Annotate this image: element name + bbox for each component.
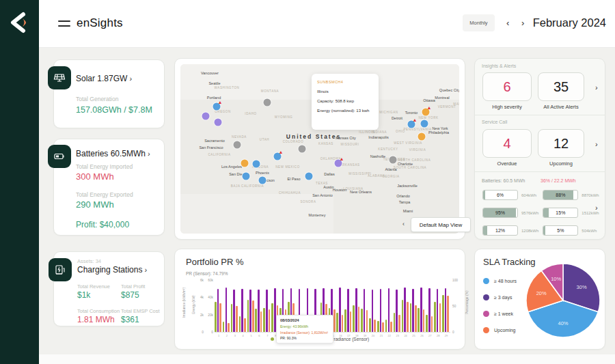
exported-label: Total Energy Exported xyxy=(76,191,133,198)
map-canvas[interactable]: United States SUNBSMCH4 Illinois Capacit… xyxy=(180,64,459,234)
state-label: TEXAS xyxy=(316,182,328,185)
state-label: NORTH CAROLINA xyxy=(398,158,431,162)
sla-legend-item: ≥ 48 hours xyxy=(483,278,517,284)
state-label: NEW MEXICO xyxy=(275,165,300,169)
bar xyxy=(233,290,235,332)
map-marker[interactable] xyxy=(418,133,426,141)
menu-icon[interactable] xyxy=(58,20,70,27)
imported-label: Total Energy Imported xyxy=(76,163,133,170)
bar xyxy=(412,289,414,332)
bar xyxy=(241,289,243,332)
city-label: San Antonio xyxy=(312,193,333,197)
emsp-label: Total EMSP Cost xyxy=(121,308,160,314)
city-label: Atlanta xyxy=(385,167,396,171)
alert-triangle-icon: ▲ xyxy=(427,105,432,110)
bar xyxy=(434,302,436,332)
bar xyxy=(355,288,357,332)
bar xyxy=(385,320,387,332)
bar xyxy=(445,288,447,332)
pr-bar-plot[interactable]: 08/03/2024 Energy: 43.96kWh Irradiance (… xyxy=(215,281,450,333)
bar xyxy=(249,290,251,332)
axis-tick: 50 xyxy=(452,305,456,308)
energy-ticks: 60k40k20k0 xyxy=(202,281,213,333)
battery-value: 604kWh xyxy=(521,193,536,197)
map-marker[interactable] xyxy=(234,141,241,149)
city-label: Los Angeles xyxy=(221,165,242,169)
batteries-chevron-icon[interactable]: › xyxy=(595,204,598,212)
battery-percent: 12% xyxy=(483,226,517,235)
battery-grid: 6%604kWh88%8870kWh95%9576kWh15%1512kWh12… xyxy=(482,190,597,236)
state-label: MICHIGAN xyxy=(379,111,398,114)
service-section-label: Service Call xyxy=(482,120,507,124)
pie-slice-label: 20% xyxy=(536,290,547,296)
bar xyxy=(236,306,238,332)
ensights-logo-icon xyxy=(8,11,31,34)
high-severity-box[interactable]: 6 xyxy=(482,72,532,101)
city-label: New Orleans xyxy=(350,190,372,194)
map-marker[interactable] xyxy=(202,113,210,120)
battery-value: 504kWh xyxy=(582,229,597,233)
generation-value: 157.08GWh / $7.8M xyxy=(76,105,152,115)
map-marker[interactable] xyxy=(421,120,428,128)
country-label: United States xyxy=(286,133,341,140)
upcoming-label: Upcoming xyxy=(534,160,588,167)
city-label: Quebec City xyxy=(439,88,459,92)
upcoming-box[interactable]: 12 xyxy=(538,129,584,158)
bar xyxy=(377,321,379,332)
current-period-label: February 2024 xyxy=(533,16,606,29)
bar xyxy=(252,300,254,332)
default-map-view-button[interactable]: Default Map View xyxy=(411,217,471,232)
bar xyxy=(350,311,352,332)
city-label: Montreal xyxy=(435,96,449,100)
map-marker[interactable] xyxy=(299,145,306,153)
overdue-box[interactable]: 4 xyxy=(482,129,532,158)
map-marker[interactable] xyxy=(253,160,260,168)
bar xyxy=(247,300,249,332)
bar xyxy=(437,289,439,332)
map-marker[interactable] xyxy=(264,99,271,107)
service-chevron-icon[interactable]: › xyxy=(595,140,598,148)
map-marker[interactable] xyxy=(390,156,397,164)
alerts-chevron-icon[interactable]: › xyxy=(595,83,598,92)
bar xyxy=(388,288,390,332)
map-marker[interactable] xyxy=(215,119,222,126)
bar xyxy=(266,290,268,332)
bar xyxy=(255,309,257,332)
solar-card-title[interactable]: Solar 1.87GW› xyxy=(76,74,132,83)
axis-tick: 60k xyxy=(208,279,213,282)
battery-cell: 88%8870kWh xyxy=(543,190,599,200)
battery-pill: 5% xyxy=(543,225,578,236)
charging-card-title[interactable]: Charging Stations› xyxy=(77,265,147,275)
map-view-prev-icon[interactable]: ‹ xyxy=(402,221,405,227)
alerts-section-label: Insights & Alerts xyxy=(482,64,516,68)
app-title: enSights xyxy=(77,16,123,30)
battery-value: 9576kWh xyxy=(521,211,538,215)
tooltip-capacity: Capacity: 508.8 kwp xyxy=(317,99,373,103)
city-label: Houston xyxy=(333,188,347,192)
sla-legend-dot-icon xyxy=(483,327,489,333)
all-alerts-box[interactable]: 35 xyxy=(538,72,584,101)
map-marker[interactable] xyxy=(241,160,249,167)
bar xyxy=(423,309,425,332)
period-selector-button[interactable]: Monthly xyxy=(463,14,495,31)
state-label: BAJA CALIFORNIA xyxy=(231,184,264,188)
axis-tick: 20k xyxy=(208,313,213,317)
battery-cell: 12%1208kWh xyxy=(482,225,538,236)
axis-tick: 100 xyxy=(452,279,458,282)
pie-slice-label: 10% xyxy=(551,276,561,282)
map-marker[interactable] xyxy=(243,173,250,180)
battery-pill: 15% xyxy=(543,208,578,218)
next-month-button[interactable]: › xyxy=(521,18,524,28)
map-marker[interactable] xyxy=(259,177,266,184)
batteries-card-title[interactable]: Batteries 60.5MWh› xyxy=(76,149,150,158)
bar xyxy=(347,289,349,332)
sla-legend-label: Upcoming xyxy=(494,328,516,333)
portfolio-pr-card: Portfolio PR % PR (Sensor): 74.79% Irrad… xyxy=(174,249,465,350)
prev-month-button[interactable]: ‹ xyxy=(506,18,509,28)
map-marker[interactable] xyxy=(305,173,313,180)
sla-legend-dot-icon xyxy=(483,311,489,317)
city-label: Nashville xyxy=(370,154,385,158)
sla-pie-chart[interactable]: 30%40%20%10% xyxy=(524,262,602,339)
bar xyxy=(428,288,430,332)
bar xyxy=(420,288,422,332)
